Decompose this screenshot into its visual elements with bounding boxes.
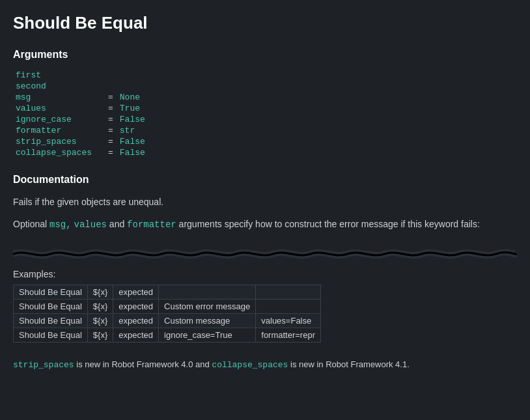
table-cell: expected	[113, 313, 159, 328]
examples-section: Examples: Should Be Equal${x}expectedSho…	[13, 269, 517, 343]
arg-name: formatter	[13, 125, 104, 136]
examples-table: Should Be Equal${x}expectedShould Be Equ…	[13, 285, 321, 343]
table-cell: ignore_case=True	[159, 328, 256, 342]
arg-name: second	[13, 81, 148, 92]
table-cell: Custom message	[159, 313, 256, 328]
table-cell: ${x}	[87, 328, 113, 342]
table-cell: Custom error message	[159, 299, 256, 313]
table-row: Should Be Equal${x}expectedCustom messag…	[14, 313, 321, 328]
arg-equals: =	[104, 136, 117, 147]
arg-equals: =	[104, 114, 117, 125]
arg-default: False	[117, 136, 148, 147]
doc-code-values: values	[74, 219, 107, 230]
arguments-table: first second msg = None values = True ig…	[13, 70, 148, 158]
footer-text2: is new in Robot Framework 4.1.	[288, 359, 409, 369]
argument-row: values = True	[13, 103, 148, 114]
table-cell: formatter=repr	[256, 328, 321, 342]
arg-name: collapse_spaces	[13, 147, 104, 158]
arg-default: str	[117, 125, 148, 136]
arg-default: False	[117, 114, 148, 125]
table-cell: Should Be Equal	[14, 285, 88, 299]
arg-name: strip_spaces	[13, 136, 104, 147]
examples-label: Examples:	[13, 269, 517, 279]
footer-note: strip_spaces is new in Robot Framework 4…	[13, 358, 517, 372]
table-cell: ${x}	[87, 299, 113, 313]
page-title: Should Be Equal	[13, 13, 517, 33]
doc-para2: Optional msg, values and formatter argum…	[13, 217, 517, 232]
table-cell: expected	[113, 299, 159, 313]
doc-para1: Fails if the given objects are unequal.	[13, 195, 517, 209]
footer-text1: is new in Robot Framework 4.0 and	[74, 359, 212, 369]
documentation-heading: Documentation	[13, 174, 517, 186]
arguments-section: Arguments first second msg = None values…	[13, 49, 517, 158]
arg-name: first	[13, 70, 148, 81]
table-cell: expected	[113, 285, 159, 299]
table-cell: Should Be Equal	[14, 328, 88, 342]
arg-default: False	[117, 147, 148, 158]
arguments-heading: Arguments	[13, 49, 517, 61]
footer-code2: collapse_spaces	[212, 360, 288, 370]
table-cell: expected	[113, 328, 159, 342]
arg-name: values	[13, 103, 104, 114]
argument-row: first	[13, 70, 148, 81]
argument-row: collapse_spaces = False	[13, 147, 148, 158]
argument-row: strip_spaces = False	[13, 136, 148, 147]
arg-equals: =	[104, 147, 117, 158]
doc-code-formatter: formatter	[127, 219, 176, 230]
table-row: Should Be Equal${x}expectedignore_case=T…	[14, 328, 321, 342]
argument-row: msg = None	[13, 92, 148, 103]
argument-row: ignore_case = False	[13, 114, 148, 125]
footer-code1: strip_spaces	[13, 360, 74, 370]
table-cell	[256, 299, 321, 313]
documentation-section: Documentation Fails if the given objects…	[13, 174, 517, 232]
table-cell: ${x}	[87, 285, 113, 299]
table-cell	[256, 285, 321, 299]
argument-row: formatter = str	[13, 125, 148, 136]
table-row: Should Be Equal${x}expected	[14, 285, 321, 299]
arg-name: ignore_case	[13, 114, 104, 125]
doc-code-msg: msg,	[49, 219, 72, 230]
table-cell: values=False	[256, 313, 321, 328]
wavy-divider	[13, 248, 517, 260]
table-row: Should Be Equal${x}expectedCustom error …	[14, 299, 321, 313]
table-cell	[159, 285, 256, 299]
arg-equals: =	[104, 103, 117, 114]
argument-row: second	[13, 81, 148, 92]
arg-default: None	[117, 92, 148, 103]
table-cell: ${x}	[87, 313, 113, 328]
table-cell: Should Be Equal	[14, 313, 88, 328]
arg-equals: =	[104, 92, 117, 103]
arg-name: msg	[13, 92, 104, 103]
arg-equals: =	[104, 125, 117, 136]
arg-default: True	[117, 103, 148, 114]
table-cell: Should Be Equal	[14, 299, 88, 313]
